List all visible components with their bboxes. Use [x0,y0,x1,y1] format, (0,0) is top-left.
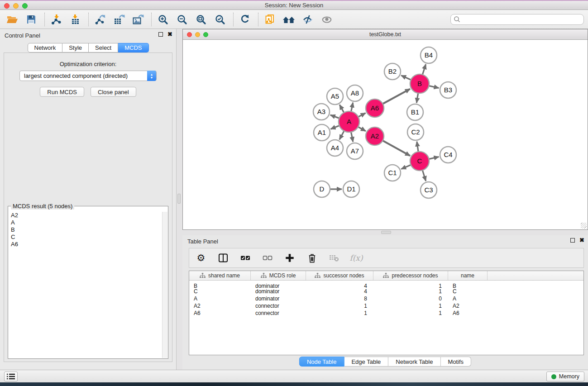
open-file-button[interactable] [5,13,19,26]
edge-A-A1[interactable] [330,125,340,129]
cell-shared-name[interactable]: A2 [189,302,251,310]
close-panel-button[interactable]: Close panel [91,87,136,97]
cell-successor-nodes[interactable]: 1 [306,310,373,317]
network-window-titlebar[interactable]: testGlobe.txt [183,29,588,40]
cell-predecessor-nodes[interactable]: 1 [373,302,448,310]
result-item-a2[interactable]: A2 [9,212,162,219]
zoom-window-button[interactable] [22,3,28,9]
cell-successor-nodes[interactable]: 8 [306,295,373,302]
cell-name[interactable]: A [448,295,488,302]
column-header-shared-name[interactable]: shared name [189,271,251,280]
node-A3[interactable]: A3 [313,104,330,120]
import-table-button[interactable] [68,13,82,26]
optimization-criterion-select[interactable]: largest connected component (directed) ▲… [19,71,157,81]
result-item-a[interactable]: A [9,219,162,226]
tab-mcds[interactable]: MCDS [118,43,148,52]
node-B1[interactable]: B1 [407,104,423,120]
cell-name[interactable]: A2 [448,302,488,310]
node-C3[interactable]: C3 [421,182,437,198]
cell-predecessor-nodes[interactable]: 0 [373,295,448,302]
table-row-a6[interactable]: A6connector11A6 [189,310,583,317]
tab-network-table[interactable]: Network Table [388,357,440,367]
node-A5[interactable]: A5 [327,88,343,105]
close-panel-icon[interactable]: ✖ [167,32,172,37]
delete-table-button[interactable] [327,251,341,265]
network-zoom-button[interactable] [203,32,208,37]
network-canvas[interactable]: AA6A2BCA3A5A8A1A4A7B2B4B3B1C2C1C4C3DD1 [183,40,588,229]
cell-mcds-role[interactable]: dominator [251,288,306,295]
column-layout-button[interactable] [216,251,230,265]
horizontal-splitter-handle[interactable] [381,231,391,234]
window-resize-grip[interactable] [581,223,587,229]
hide-graphics-details-button[interactable] [301,13,315,26]
deselect-all-rows-button[interactable] [261,251,274,265]
clone-network-button[interactable] [263,13,277,26]
cell-shared-name[interactable]: A6 [189,310,251,317]
refresh-button[interactable] [238,13,252,26]
cell-name[interactable]: C [448,288,488,295]
cell-mcds-role[interactable]: dominator [251,282,306,288]
export-network-button[interactable] [93,13,107,26]
edge-A2-C[interactable] [382,140,410,156]
cell-name[interactable]: A6 [448,310,488,317]
cell-shared-name[interactable]: A [189,295,251,302]
save-session-button[interactable] [24,13,38,26]
edge-C-C2[interactable] [417,142,418,152]
node-B3[interactable]: B3 [440,82,456,98]
column-header-name[interactable]: name [448,271,488,280]
memory-button[interactable]: Memory [546,372,584,381]
window-titlebar[interactable]: Session: New Session [0,0,588,10]
edge-B-B1[interactable] [416,92,418,103]
float-table-panel-icon[interactable] [570,238,575,243]
zoom-fit-button[interactable] [194,13,208,26]
result-item-c[interactable]: C [9,234,162,241]
run-mcds-button[interactable]: Run MCDS [40,87,84,97]
show-graphics-details-button[interactable] [320,13,334,26]
column-header-mcds-role[interactable]: MCDS role [251,271,306,280]
table-row-a[interactable]: Adominator80A [189,295,583,302]
edge-C-C3[interactable] [422,169,426,181]
table-settings-button[interactable]: ⚙ [194,251,208,265]
tab-select[interactable]: Select [89,43,118,52]
tab-style[interactable]: Style [62,43,89,52]
cell-mcds-role[interactable]: connector [251,302,306,310]
column-header-predecessor-nodes[interactable]: predecessor nodes [373,271,448,280]
table-row-b[interactable]: Bdominator41B [189,281,583,288]
edge-A-A8[interactable] [351,103,353,113]
node-B2[interactable]: B2 [384,63,401,80]
vertical-splitter-handle[interactable] [177,194,181,204]
delete-row-button[interactable] [305,251,319,265]
edge-B-B2[interactable] [401,76,412,81]
node-B[interactable]: B [410,74,429,93]
node-C1[interactable]: C1 [384,165,401,181]
home-fit-button[interactable] [282,13,296,26]
tab-node-table[interactable]: Node Table [299,357,344,367]
edge-C-C1[interactable] [401,165,411,169]
network-minimize-button[interactable] [195,32,200,37]
cell-successor-nodes[interactable]: 4 [306,282,373,288]
add-row-button[interactable] [283,251,296,265]
close-window-button[interactable] [4,3,10,9]
edge-B-B4[interactable] [422,64,426,76]
result-scrollbar[interactable] [162,212,167,358]
cell-predecessor-nodes[interactable]: 1 [373,288,448,295]
export-image-button[interactable] [131,13,145,26]
cell-successor-nodes[interactable]: 4 [306,288,373,295]
zoom-out-button[interactable] [175,13,189,26]
cell-successor-nodes[interactable]: 1 [306,302,373,310]
cell-predecessor-nodes[interactable]: 1 [373,310,448,317]
edge-A-A3[interactable] [330,115,340,119]
result-item-b[interactable]: B [9,226,162,234]
edge-A-A5[interactable] [339,105,344,113]
edge-A-A7[interactable] [351,131,353,142]
minimize-window-button[interactable] [13,3,19,9]
node-D[interactable]: D [314,181,330,197]
tab-edge-table[interactable]: Edge Table [344,357,388,367]
node-B4[interactable]: B4 [421,47,437,63]
table-row-a2[interactable]: A2connector11A2 [189,302,583,310]
node-C[interactable]: C [410,152,429,171]
task-history-button[interactable] [4,372,18,381]
node-D1[interactable]: D1 [343,181,359,197]
edge-A-A4[interactable] [339,130,344,140]
float-panel-icon[interactable] [158,32,163,37]
